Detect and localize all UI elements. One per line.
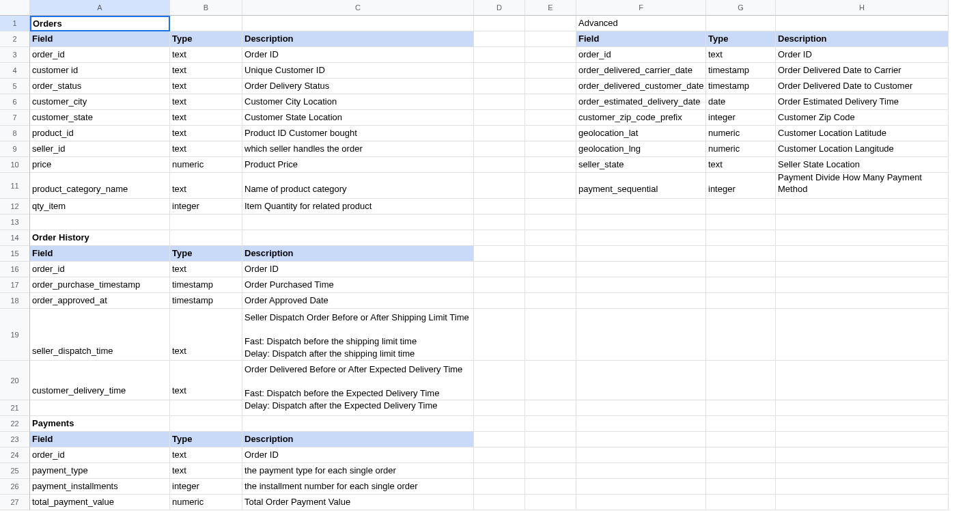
cell-E9[interactable]	[525, 141, 576, 157]
cell-H15[interactable]	[776, 246, 949, 262]
cell-E24[interactable]	[525, 447, 576, 463]
cell-H13[interactable]	[776, 215, 949, 230]
cell-A22[interactable]: Payments	[30, 416, 170, 432]
cell-D17[interactable]	[474, 277, 525, 293]
row-header-16[interactable]: 16	[0, 262, 30, 277]
cell-G8[interactable]: numeric	[706, 126, 776, 141]
cell-C1[interactable]	[242, 16, 474, 31]
cell-A25[interactable]: payment_type	[30, 463, 170, 479]
cell-H17[interactable]	[776, 277, 949, 293]
cell-H14[interactable]	[776, 230, 949, 246]
cell-G1[interactable]	[706, 16, 776, 31]
cell-C7[interactable]: Customer State Location	[242, 110, 474, 126]
cell-C5[interactable]: Order Delivery Status	[242, 79, 474, 94]
cell-B24[interactable]: text	[170, 447, 242, 463]
cell-C9[interactable]: which seller handles the order	[242, 141, 474, 157]
row-header-22[interactable]: 22	[0, 416, 30, 432]
cell-G25[interactable]	[706, 463, 776, 479]
cell-E16[interactable]	[525, 262, 576, 277]
cell-B27[interactable]: numeric	[170, 495, 242, 510]
cell-A3[interactable]: order_id	[30, 47, 170, 63]
cell-E3[interactable]	[525, 47, 576, 63]
cell-C16[interactable]: Order ID	[242, 262, 474, 277]
cell-B4[interactable]: text	[170, 63, 242, 79]
cell-D5[interactable]	[474, 79, 525, 94]
row-header-20[interactable]: 20	[0, 361, 30, 400]
cell-H18[interactable]	[776, 293, 949, 309]
cell-D9[interactable]	[474, 141, 525, 157]
cell-E23[interactable]	[525, 432, 576, 447]
cell-D15[interactable]	[474, 246, 525, 262]
cell-D1[interactable]	[474, 16, 525, 31]
cell-H19[interactable]	[776, 309, 949, 361]
cell-G21[interactable]	[706, 400, 776, 416]
cell-G19[interactable]	[706, 309, 776, 361]
row-header-1[interactable]: 1	[0, 16, 30, 31]
row-header-9[interactable]: 9	[0, 141, 30, 157]
row-header-13[interactable]: 13	[0, 215, 30, 230]
cell-D3[interactable]	[474, 47, 525, 63]
cell-A13[interactable]	[30, 215, 170, 230]
cell-A5[interactable]: order_status	[30, 79, 170, 94]
cell-D27[interactable]	[474, 495, 525, 510]
row-header-7[interactable]: 7	[0, 110, 30, 126]
cell-F14[interactable]	[576, 230, 706, 246]
cell-E6[interactable]	[525, 94, 576, 110]
cell-B23[interactable]: Type	[170, 432, 242, 447]
cell-H8[interactable]: Customer Location Latitude	[776, 126, 949, 141]
cell-B12[interactable]: integer	[170, 199, 242, 215]
cell-E7[interactable]	[525, 110, 576, 126]
cell-H22[interactable]	[776, 416, 949, 432]
cell-B6[interactable]: text	[170, 94, 242, 110]
row-header-5[interactable]: 5	[0, 79, 30, 94]
cell-D2[interactable]	[474, 31, 525, 47]
cell-B14[interactable]	[170, 230, 242, 246]
cell-C22[interactable]	[242, 416, 474, 432]
cell-C19[interactable]: Seller Dispatch Order Before or After Sh…	[242, 309, 474, 361]
cell-C12[interactable]: Item Quantity for related product	[242, 199, 474, 215]
cell-C3[interactable]: Order ID	[242, 47, 474, 63]
cell-D16[interactable]	[474, 262, 525, 277]
cell-A10[interactable]: price	[30, 157, 170, 173]
cell-H26[interactable]	[776, 479, 949, 495]
cell-F16[interactable]	[576, 262, 706, 277]
col-header-D[interactable]: D	[474, 0, 525, 16]
cell-D13[interactable]	[474, 215, 525, 230]
col-header-H[interactable]: H	[776, 0, 949, 16]
cell-F5[interactable]: order_delivered_customer_date	[576, 79, 706, 94]
cell-D10[interactable]	[474, 157, 525, 173]
cell-F2[interactable]: Field	[576, 31, 706, 47]
row-header-3[interactable]: 3	[0, 47, 30, 63]
cell-E20[interactable]	[525, 361, 576, 400]
col-header-G[interactable]: G	[706, 0, 776, 16]
cell-G18[interactable]	[706, 293, 776, 309]
row-header-18[interactable]: 18	[0, 293, 30, 309]
cell-A16[interactable]: order_id	[30, 262, 170, 277]
cell-C26[interactable]: the installment number for each single o…	[242, 479, 474, 495]
row-header-19[interactable]: 19	[0, 309, 30, 361]
cell-F26[interactable]	[576, 479, 706, 495]
cell-E19[interactable]	[525, 309, 576, 361]
cell-A12[interactable]: qty_item	[30, 199, 170, 215]
cell-H24[interactable]	[776, 447, 949, 463]
row-header-6[interactable]: 6	[0, 94, 30, 110]
cell-F6[interactable]: order_estimated_delivery_date	[576, 94, 706, 110]
col-header-E[interactable]: E	[525, 0, 576, 16]
cell-D8[interactable]	[474, 126, 525, 141]
cell-H12[interactable]	[776, 199, 949, 215]
col-header-F[interactable]: F	[576, 0, 706, 16]
row-header-2[interactable]: 2	[0, 31, 30, 47]
cell-G5[interactable]: timestamp	[706, 79, 776, 94]
cell-H4[interactable]: Order Delivered Date to Carrier	[776, 63, 949, 79]
cell-A26[interactable]: payment_installments	[30, 479, 170, 495]
cell-G17[interactable]	[706, 277, 776, 293]
col-header-A[interactable]: A	[30, 0, 170, 16]
cell-E26[interactable]	[525, 479, 576, 495]
cell-H21[interactable]	[776, 400, 949, 416]
cell-H2[interactable]: Description	[776, 31, 949, 47]
cell-A6[interactable]: customer_city	[30, 94, 170, 110]
row-header-24[interactable]: 24	[0, 447, 30, 463]
cell-F11[interactable]: payment_sequential	[576, 173, 706, 199]
cell-F8[interactable]: geolocation_lat	[576, 126, 706, 141]
cell-H6[interactable]: Order Estimated Delivery Time	[776, 94, 949, 110]
